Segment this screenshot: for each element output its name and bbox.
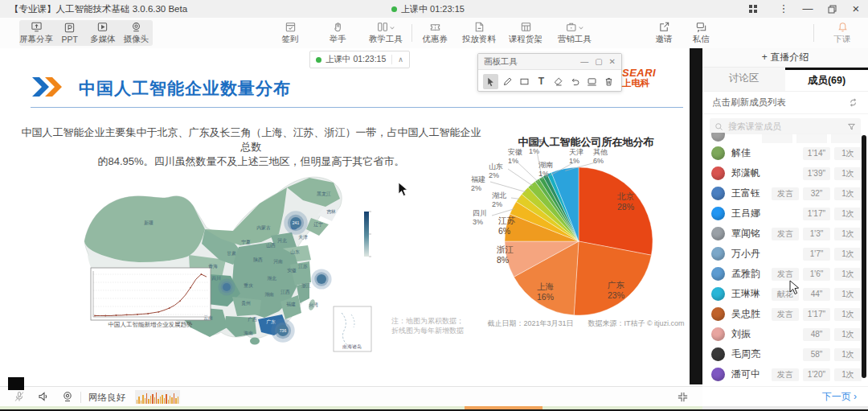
collapse-chevron-icon[interactable]: ∧	[398, 55, 403, 64]
window-controls: ⋮ — ×	[749, 0, 868, 18]
search-input[interactable]	[727, 121, 844, 132]
push-materials-button[interactable]: 投放资料	[457, 20, 502, 46]
member-name: 王富钰	[731, 187, 760, 200]
pie-value: 8%	[497, 255, 509, 265]
board-tool[interactable]	[584, 74, 600, 89]
duration-badge: 58"	[803, 348, 830, 361]
end-class-button[interactable]: 下课	[825, 20, 860, 46]
duration-badge: 1'17"	[803, 308, 830, 321]
titlebar: 【专业课】人工智能技术基础 3.0.6.30 Beta 上课中 01:23:15…	[0, 0, 868, 18]
pie-label: 江苏	[498, 216, 516, 225]
map-province-label: 江西	[280, 290, 290, 295]
count-badge: 1次	[834, 328, 862, 341]
audio-waveform	[135, 390, 180, 404]
member-row[interactable]: 万小丹1'7"1次	[702, 244, 868, 264]
avatar	[711, 207, 725, 220]
multimedia-button[interactable]: 多媒体	[86, 20, 119, 46]
pie-value: 1%	[538, 170, 549, 178]
map-province-label: 河北	[277, 238, 287, 244]
trash-tool[interactable]	[601, 74, 616, 89]
pie-label: 湖北	[492, 191, 506, 199]
chat-bubbles-icon	[695, 21, 707, 33]
member-row[interactable]: 郑潇帆1'39"1次	[702, 163, 868, 183]
close-button[interactable]: ×	[844, 0, 868, 18]
invite-button[interactable]: 邀请	[648, 20, 680, 46]
member-row[interactable]: 王琳琳献花44"1次	[702, 284, 868, 304]
class-status-pill[interactable]: 上课中 01:23:15 ∧	[309, 51, 410, 68]
speak-badge: 发言	[772, 187, 799, 200]
map-province-label: 四川	[211, 276, 221, 282]
member-list-scrollbar[interactable]	[862, 135, 866, 378]
restore-button[interactable]	[820, 0, 844, 18]
member-search[interactable]	[710, 118, 861, 134]
eraser-tool[interactable]	[551, 74, 566, 89]
map-bubble-value: 241	[293, 220, 300, 225]
member-row[interactable]: 潘可中发言1'20"1次	[702, 364, 868, 384]
map-province-label: 贵州	[241, 301, 251, 306]
direct-message-button[interactable]: 私信	[685, 20, 717, 46]
member-row[interactable]: 刘振48"1次	[702, 324, 868, 344]
microphone-muted-icon[interactable]	[13, 390, 26, 406]
sign-in-button[interactable]: 签到	[274, 20, 306, 46]
course-shelf-button[interactable]: 课程货架	[503, 20, 548, 46]
teaching-tools-button[interactable]: 教学工具	[362, 20, 410, 46]
speak-badge: 发言	[772, 308, 799, 321]
raise-hand-icon	[332, 21, 344, 33]
avatar	[711, 247, 725, 261]
pen-tool[interactable]	[500, 74, 515, 89]
layout-grid-icon[interactable]	[749, 5, 757, 13]
next-page-button[interactable]: 下一页 ›	[702, 386, 868, 406]
tab-discussion[interactable]: 讨论区	[702, 68, 785, 91]
speak-badge: 发言	[772, 228, 799, 240]
webcam-icon[interactable]	[61, 390, 74, 406]
minimize-button[interactable]: —	[796, 0, 820, 18]
member-row[interactable]: 毛周亮58"1次	[702, 344, 868, 364]
screen-share-icon	[31, 21, 43, 33]
member-row[interactable]: 孟雅韵发言1'6"1次	[702, 264, 868, 284]
avatar	[711, 307, 725, 321]
undo-tool[interactable]	[567, 74, 583, 89]
text-tool[interactable]: T	[534, 74, 549, 89]
member-row[interactable]: 覃闻铭发言1'3"1次	[702, 224, 868, 244]
camera-icon	[130, 21, 142, 33]
raise-hand-button[interactable]: 举手	[321, 20, 354, 46]
class-status-text: 上课中 01:23:15	[401, 3, 465, 15]
marketing-tools-button[interactable]: 营销工具	[550, 20, 600, 46]
member-row[interactable]: 王富钰发言32"1次	[702, 183, 868, 203]
select-cursor-tool[interactable]	[483, 74, 498, 89]
screen-share-button[interactable]: 屏幕分享	[19, 20, 53, 46]
ppt-button[interactable]: PPT	[53, 20, 86, 46]
wb-close-icon[interactable]: ✕	[609, 57, 616, 66]
camera-button[interactable]: 摄像头	[120, 20, 153, 46]
title-underline	[31, 107, 683, 108]
tab-members[interactable]: 成员(69)	[785, 68, 868, 91]
slide-title: 中国人工智能企业数量分布	[79, 77, 291, 100]
inset-trend-chart	[91, 268, 211, 320]
collapse-arrows-icon[interactable]	[677, 391, 689, 406]
live-intro-button[interactable]: + 直播介绍	[702, 48, 868, 68]
coupon-button[interactable]: 优惠券	[416, 20, 453, 46]
speaker-icon[interactable]	[37, 390, 50, 406]
member-row[interactable]: 王吕娜1'17"1次	[702, 203, 868, 224]
south-sea-inset: 南海诸岛	[334, 306, 371, 351]
count-badge: 1次	[834, 248, 862, 261]
member-row[interactable]	[702, 133, 868, 143]
filter-funnel-icon[interactable]	[847, 122, 856, 131]
member-name: 覃闻铭	[731, 227, 760, 240]
avatar	[711, 347, 725, 361]
refresh-members-button[interactable]: 点击刷新成员列表	[702, 92, 868, 114]
end-class-bell-icon	[837, 21, 849, 33]
teaching-tools-icon	[375, 21, 396, 33]
more-menu-icon[interactable]: ⋮	[772, 0, 796, 18]
share-arrow-icon	[658, 21, 670, 33]
duration-badge: 1'17"	[803, 208, 830, 220]
map-province-label: 山西	[266, 243, 276, 249]
wb-restore-icon[interactable]: ▢	[595, 57, 602, 66]
avatar	[711, 187, 725, 200]
rectangle-tool[interactable]	[517, 74, 532, 89]
wb-minimize-icon[interactable]: —	[580, 57, 588, 66]
pie-slice	[579, 167, 653, 255]
avatar	[711, 287, 725, 301]
member-row[interactable]: 吴忠胜发言1'17"1次	[702, 304, 868, 324]
member-row[interactable]: 解佳1'14"1次	[702, 143, 868, 163]
